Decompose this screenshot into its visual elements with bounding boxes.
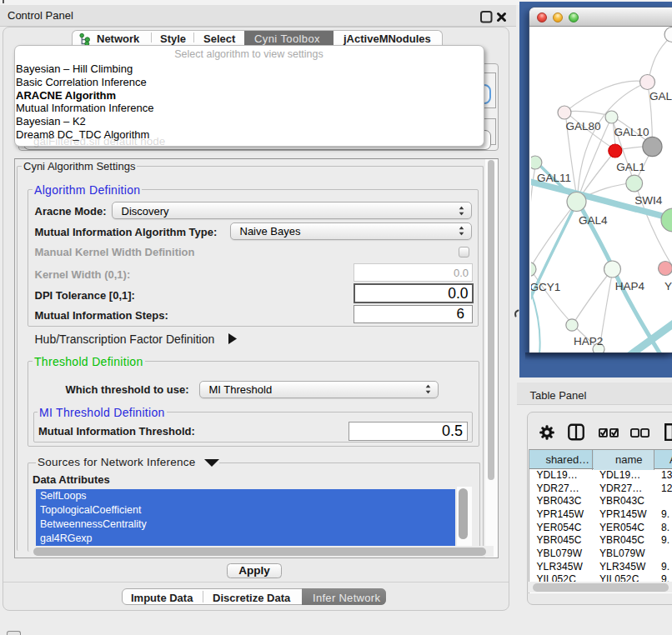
svg-text:GAL4: GAL4 <box>579 214 608 227</box>
svg-text:Y: Y <box>664 280 672 292</box>
svg-text:SWI4: SWI4 <box>634 194 662 207</box>
svg-text:GAL11: GAL11 <box>537 172 571 184</box>
svg-text:GAL80: GAL80 <box>566 120 601 132</box>
svg-text:GAL10: GAL10 <box>614 126 649 138</box>
svg-text:GAL1: GAL1 <box>616 161 645 173</box>
svg-text:HAP4: HAP4 <box>615 280 645 292</box>
svg-text:GCY1: GCY1 <box>531 281 560 293</box>
svg-text:HAP2: HAP2 <box>574 335 603 348</box>
svg-text:GAL7: GAL7 <box>649 90 672 102</box>
